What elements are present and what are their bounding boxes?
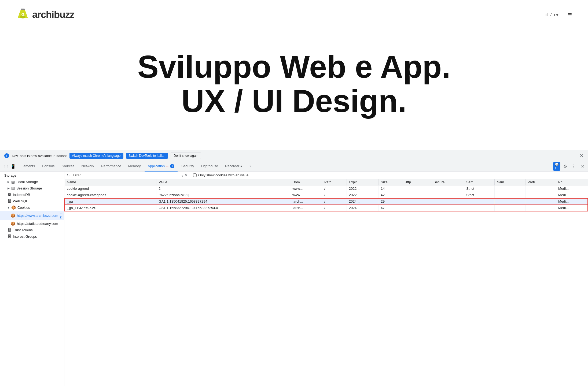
col-path: Path [322, 179, 347, 185]
devtools-notification: i DevTools is now available in Italian! … [0, 150, 588, 161]
table-cell: 29 [378, 198, 402, 205]
always-match-btn[interactable]: Always match Chrome's language [69, 153, 123, 159]
table-cell: 42 [378, 192, 402, 198]
sidebar-item-cookies[interactable]: ▶ 🍪 Cookies [0, 204, 64, 211]
tab-application-badge: 1 [170, 164, 174, 168]
filter-input[interactable] [72, 173, 179, 178]
cookie-filter-bar: ↻ ⬦ ✕ Only show cookies with an issue [64, 172, 588, 179]
session-storage-icon: ▦ [11, 186, 15, 190]
table-cell: / [322, 185, 347, 192]
table-cell: www... [290, 185, 322, 192]
sidebar-item-trust-tokens[interactable]: 🗄 Trust Tokens [0, 227, 64, 233]
tab-application[interactable]: Application ← 1 [145, 161, 178, 172]
devtools-content: Storage ▶ ▦ Local Storage ▶ ▦ Session St… [0, 172, 588, 386]
tab-recorder[interactable]: Recorder ▲ [222, 161, 246, 172]
dont-show-btn[interactable]: Don't show again [171, 152, 201, 159]
table-cell [402, 192, 431, 198]
table-cell [402, 198, 431, 205]
table-cell [495, 185, 525, 192]
switch-devtools-btn[interactable]: Switch DevTools to Italian [126, 153, 168, 159]
tab-elements[interactable]: Elements [17, 161, 38, 172]
col-name: Name [65, 179, 156, 185]
sidebar-item-archibuzz[interactable]: 🍪 https://www.archibuzz.com ← 2 [0, 211, 64, 220]
table-cell: [%22funzionali%22] [156, 192, 290, 198]
cookies-arrow: ▶ [7, 206, 10, 209]
table-cell: Medi... [556, 185, 588, 192]
filter-options-icon[interactable]: ⬦ [181, 173, 183, 177]
clear-filter-icon[interactable]: ✕ [185, 173, 188, 177]
table-row[interactable]: _gaGA1.1.135041825.1658327294.arch.../20… [65, 198, 588, 205]
table-cell: 2022... [347, 192, 378, 198]
table-cell: Medi... [556, 205, 588, 211]
issue-label: Only show cookies with an issue [198, 173, 248, 177]
storage-section-label: Storage [0, 172, 64, 178]
recorder-icon: ▲ [240, 165, 242, 168]
local-storage-arrow: ▶ [8, 180, 10, 183]
tab-sources[interactable]: Sources [58, 161, 78, 172]
issue-checkbox[interactable] [193, 173, 197, 177]
table-row[interactable]: cookie-agreed2www.../2022...14StrictMedi… [65, 185, 588, 192]
table-cell: _ga_FPJZ7Y9XVS [65, 205, 156, 211]
console-badge: 💬 1 [553, 162, 560, 171]
col-secure: Secure [431, 179, 464, 185]
tab-network[interactable]: Network [78, 161, 98, 172]
console-drawer-icon[interactable]: 💬 1 [553, 163, 560, 170]
table-cell: GS1.1.1658327294.1.0.1658327294.0 [156, 205, 290, 211]
close-icon[interactable]: ✕ [580, 153, 584, 159]
more-options-icon[interactable]: ⋮ [570, 163, 577, 170]
sidebar-item-local-storage[interactable]: ▶ ▦ Local Storage [0, 178, 64, 185]
table-row[interactable]: cookie-agreed-categories[%22funzionali%2… [65, 192, 588, 198]
table-cell [431, 205, 464, 211]
close-devtools-icon[interactable]: ✕ [579, 163, 586, 170]
table-cell: _ga [65, 198, 156, 205]
table-cell: 2024... [347, 205, 378, 211]
refresh-button[interactable]: ↻ [67, 173, 70, 177]
sidebar-item-addtoany[interactable]: 🍪 https://static.addtoany.com [0, 220, 64, 227]
inspect-icon[interactable]: ⬚ [2, 163, 9, 170]
settings-icon[interactable]: ⚙ [562, 163, 569, 170]
devtools-panel: ⬚ 📱 Elements Console Sources Network Per… [0, 161, 588, 386]
devtools-toolbar: ⬚ 📱 Elements Console Sources Network Per… [0, 161, 588, 172]
addtoany-cookie-icon: 🍪 [11, 221, 15, 226]
interest-groups-icon: 🗄 [8, 234, 11, 239]
lang-switcher[interactable]: it / en [546, 12, 560, 18]
sidebar-item-interest-groups[interactable]: 🗄 Interest Groups [0, 233, 64, 240]
col-httponly: Http... [402, 179, 431, 185]
table-cell [525, 198, 556, 205]
tab-lighthouse[interactable]: Lighthouse [198, 161, 221, 172]
sidebar-item-indexeddb[interactable]: 🗄 IndexedDB [0, 191, 64, 198]
table-cell: / [322, 192, 347, 198]
site-header: ⚗ archibuzz it / en ≡ [16, 0, 572, 29]
col-priority: Pri... [556, 179, 588, 185]
cookie-table: Name Value Dom... Path Expir... Size Htt… [64, 179, 588, 211]
tab-console[interactable]: Console [39, 161, 58, 172]
table-cell [495, 198, 525, 205]
tab-security[interactable]: Security [178, 161, 197, 172]
session-storage-arrow: ▶ [8, 187, 10, 190]
logo-text: archibuzz [32, 9, 74, 20]
website-area: ⚗ archibuzz it / en ≡ Sviluppo Web e App… [0, 0, 588, 150]
notification-message: DevTools is now available in Italian! [12, 154, 67, 158]
tab-performance[interactable]: Performance [98, 161, 124, 172]
table-cell: / [322, 205, 347, 211]
header-right: it / en ≡ [546, 10, 572, 19]
table-cell: GA1.1.135041825.1658327294 [156, 198, 290, 205]
table-cell: Strict [464, 192, 495, 198]
col-size: Size [378, 179, 402, 185]
menu-icon[interactable]: ≡ [568, 10, 572, 19]
tab-more[interactable]: » [246, 161, 255, 172]
table-cell [431, 192, 464, 198]
table-cell [495, 205, 525, 211]
sidebar-item-session-storage[interactable]: ▶ ▦ Session Storage [0, 185, 64, 191]
table-cell [431, 185, 464, 192]
table-cell: 2 [156, 185, 290, 192]
device-icon[interactable]: 📱 [10, 163, 17, 170]
issue-filter-area: Only show cookies with an issue [193, 173, 248, 177]
logo-icon: ⚗ [16, 8, 30, 21]
cookie-table-wrapper: Name Value Dom... Path Expir... Size Htt… [64, 179, 588, 386]
sidebar-item-web-sql[interactable]: 🗄 Web SQL [0, 198, 64, 204]
tab-memory[interactable]: Memory [125, 161, 144, 172]
col-partitioned: Parti... [525, 179, 556, 185]
table-row[interactable]: _ga_FPJZ7Y9XVSGS1.1.1658327294.1.0.16583… [65, 205, 588, 211]
table-cell: 14 [378, 185, 402, 192]
